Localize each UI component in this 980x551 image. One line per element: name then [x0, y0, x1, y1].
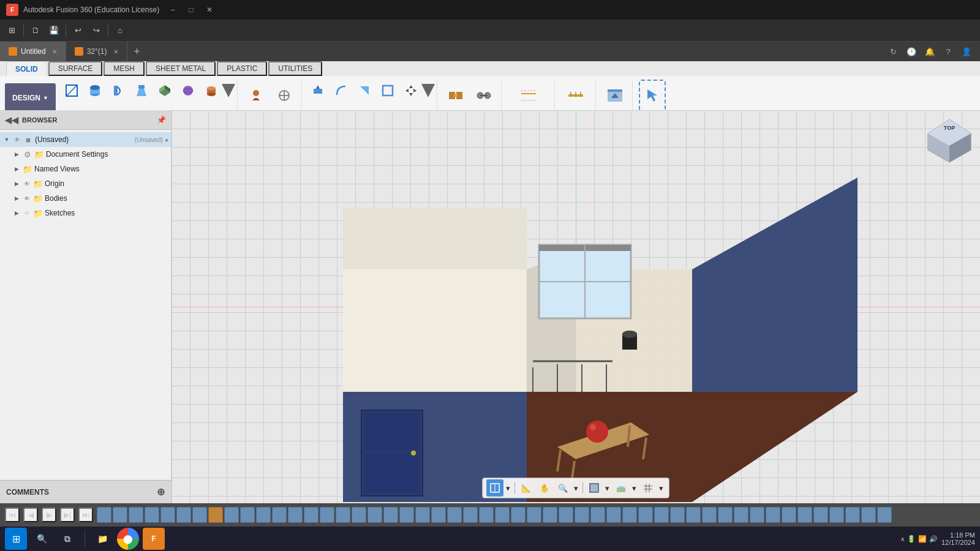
ribbon-tab-plastic[interactable]: PLASTIC [217, 61, 267, 76]
ribbon-tab-utilities[interactable]: UTILITIES [268, 61, 322, 76]
tree-item-sketches[interactable]: ▶ 👁 📁 Sketches [0, 206, 171, 220]
profile-icon[interactable]: 👤 [959, 44, 974, 59]
notifications-icon[interactable]: 🔔 [922, 44, 937, 59]
search-button[interactable]: 🔍 [31, 528, 53, 550]
tl-item-29[interactable] [543, 507, 557, 523]
tl-item-50[interactable] [877, 507, 892, 523]
tl-item-48[interactable] [845, 507, 860, 523]
tree-eye-bodies[interactable]: 👁 [23, 195, 31, 202]
visual-style-dropdown[interactable]: ▾ [603, 479, 611, 497]
tl-item-18[interactable] [368, 507, 382, 523]
visual-style-button[interactable] [586, 479, 603, 497]
automate-tool2[interactable] [271, 80, 298, 111]
ribbon-tab-mesh[interactable]: MESH [104, 61, 145, 76]
tl-item-1[interactable] [97, 507, 111, 523]
timeline-next-button[interactable]: ▶| [60, 508, 75, 522]
tl-item-41[interactable] [734, 507, 748, 523]
tl-item-38[interactable] [686, 507, 701, 523]
tl-item-26[interactable] [495, 507, 510, 523]
tl-item-31[interactable] [575, 507, 589, 523]
display-mode-button[interactable] [486, 479, 503, 497]
tl-item-21[interactable] [415, 507, 430, 523]
rigid-group-tool[interactable] [470, 80, 497, 111]
tl-item-12[interactable] [272, 507, 287, 523]
measure-vp-button[interactable]: 📐 [518, 479, 535, 497]
timeline-prev-button[interactable]: ◀ [23, 508, 38, 522]
chamfer-tool[interactable] [353, 80, 375, 102]
tl-item-22[interactable] [431, 507, 446, 523]
tl-item-4[interactable] [145, 507, 159, 523]
ribbon-tab-solid[interactable]: SOLID [6, 61, 47, 76]
tree-item-root[interactable]: ▼ 👁 ■ (Unsaved) (Unsaved) ● [0, 132, 171, 147]
measure-tool[interactable] [562, 80, 589, 111]
tab-untitled[interactable]: Untitled ✕ [0, 42, 66, 61]
undo-button[interactable]: ↩ [70, 23, 86, 39]
tl-item-3[interactable] [129, 507, 143, 523]
nav-cube[interactable]: TOP [925, 116, 974, 165]
timeline-end-button[interactable]: ⏭ [78, 508, 93, 522]
start-button[interactable]: ⊞ [5, 528, 27, 550]
fillet-tool[interactable] [330, 80, 352, 102]
timeline-play-button[interactable]: ▶ [42, 508, 56, 522]
new-button[interactable]: 🗋 [28, 23, 43, 39]
redo-button[interactable]: ↪ [88, 23, 104, 39]
update-icon[interactable]: ↻ [886, 44, 900, 59]
task-view-button[interactable]: ⧉ [56, 528, 78, 550]
tab-close-untitled[interactable]: ✕ [52, 48, 57, 55]
tl-item-17[interactable] [352, 507, 366, 523]
tl-item-39[interactable] [702, 507, 717, 523]
maximize-button[interactable]: □ [183, 4, 200, 16]
tl-item-32[interactable] [590, 507, 605, 523]
box-tool[interactable] [154, 80, 176, 102]
browser-pin-icon[interactable]: 📌 [157, 116, 166, 124]
zoom-dropdown[interactable]: ▾ [571, 479, 580, 497]
tl-item-49[interactable] [861, 507, 876, 523]
tl-item-36[interactable] [654, 507, 669, 523]
press-pull-tool[interactable] [307, 80, 329, 102]
sketch-tool[interactable] [61, 80, 83, 102]
tl-item-37[interactable] [670, 507, 685, 523]
insert-image-tool[interactable] [601, 80, 628, 111]
explorer-button[interactable]: 📁 [91, 528, 113, 550]
automate-tool1[interactable] [243, 80, 270, 111]
browser-collapse-icon[interactable]: ◀◀ [5, 115, 18, 125]
tl-item-44[interactable] [782, 507, 796, 523]
ribbon-tab-surface[interactable]: SURFACE [48, 61, 103, 76]
tl-item-43[interactable] [766, 507, 780, 523]
tl-item-2[interactable] [113, 507, 127, 523]
home-button[interactable]: ⌂ [112, 23, 128, 39]
tl-item-11[interactable] [256, 507, 271, 523]
minimize-button[interactable]: – [164, 4, 181, 16]
revolve-tool[interactable] [107, 80, 129, 102]
tree-item-origin[interactable]: ▶ 👁 📁 Origin [0, 176, 171, 191]
tl-item-5[interactable] [160, 507, 175, 523]
tl-item-10[interactable] [240, 507, 255, 523]
tree-item-namedviews[interactable]: ▶ 📁 Named Views [0, 162, 171, 176]
cylinder-tool[interactable] [200, 80, 222, 102]
zoom-button[interactable]: 🔍 [554, 479, 571, 497]
move-tool[interactable] [400, 80, 422, 102]
tl-item-7[interactable] [192, 507, 207, 523]
tree-item-docsettings[interactable]: ▶ ⚙ 📁 Document Settings [0, 147, 171, 162]
history-icon[interactable]: 🕐 [904, 44, 919, 59]
create-dropdown[interactable] [224, 80, 233, 102]
tl-item-35[interactable] [638, 507, 653, 523]
viewport[interactable]: TOP ▾ 📐 ✋ 🔍 ▾ [172, 110, 980, 503]
grid-button[interactable] [639, 479, 657, 497]
extrude-tool[interactable] [84, 80, 106, 102]
env-dropdown[interactable]: ▾ [630, 479, 638, 497]
tl-item-33[interactable] [606, 507, 621, 523]
systray-up-arrow[interactable]: ∧ [900, 536, 905, 542]
tree-eye-root[interactable]: 👁 [13, 137, 21, 143]
tab-close-32deg[interactable]: ✕ [113, 48, 118, 55]
loft-tool[interactable] [130, 80, 153, 102]
tl-item-23[interactable] [447, 507, 462, 523]
comments-add-button[interactable]: ⊕ [157, 486, 165, 498]
tl-item-42[interactable] [750, 507, 764, 523]
timeline-start-button[interactable]: ⏮ [5, 508, 20, 522]
tl-item-6[interactable] [176, 507, 191, 523]
grid-dropdown[interactable]: ▾ [657, 479, 665, 497]
tree-eye-origin[interactable]: 👁 [23, 181, 31, 187]
tab-add-button[interactable]: + [127, 42, 147, 61]
pan-button[interactable]: ✋ [536, 479, 553, 497]
